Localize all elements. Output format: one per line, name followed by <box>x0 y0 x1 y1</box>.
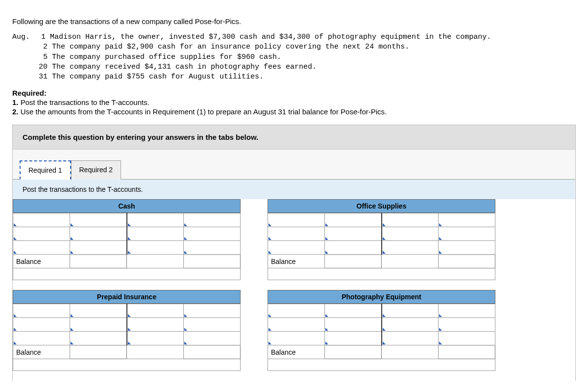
debit-amount-input[interactable] <box>325 227 382 241</box>
balance-spacer <box>127 345 184 359</box>
date-dropdown[interactable] <box>382 318 439 332</box>
date-dropdown[interactable] <box>382 241 439 255</box>
t-account-header: Prepaid Insurance <box>13 290 241 304</box>
date-dropdown[interactable] <box>127 213 184 227</box>
intro-text: Following are the transactions of a new … <box>12 17 576 26</box>
balance-label: Balance <box>268 255 325 268</box>
date-dropdown[interactable] <box>13 318 70 332</box>
balance-label: Balance <box>13 345 70 359</box>
debit-amount-input[interactable] <box>325 241 382 255</box>
required-block: Required: 1. Post the transactions to th… <box>12 89 576 116</box>
required-item: 2. Use the amounts from the T-accounts i… <box>12 107 576 116</box>
balance-spacer <box>127 255 184 268</box>
date-dropdown[interactable] <box>382 332 439 345</box>
debit-amount-input[interactable] <box>325 332 382 345</box>
spacer-row <box>268 359 495 371</box>
date-dropdown[interactable] <box>268 318 325 332</box>
balance-debit-input[interactable] <box>325 345 382 359</box>
credit-amount-input[interactable] <box>439 332 495 345</box>
month-label: Aug. <box>12 32 37 42</box>
transaction-line: 1 Madison Harris, the owner, invested $7… <box>37 33 491 41</box>
date-dropdown[interactable] <box>13 241 70 255</box>
debit-amount-input[interactable] <box>70 304 127 318</box>
credit-amount-input[interactable] <box>439 241 495 255</box>
credit-amount-input[interactable] <box>184 213 241 227</box>
balance-spacer <box>382 255 439 268</box>
debit-amount-input[interactable] <box>70 241 127 255</box>
balance-credit-input[interactable] <box>184 255 241 268</box>
balance-debit-input[interactable] <box>70 345 127 359</box>
balance-debit-input[interactable] <box>70 255 127 268</box>
balance-credit-input[interactable] <box>439 345 495 359</box>
credit-amount-input[interactable] <box>439 227 495 241</box>
spacer-row <box>268 268 495 280</box>
date-dropdown[interactable] <box>268 213 325 227</box>
t-account-cash: Cash <box>13 199 241 280</box>
credit-amount-input[interactable] <box>439 318 495 332</box>
transaction-line: 5 The company purchased office supplies … <box>39 53 281 61</box>
debit-amount-input[interactable] <box>325 304 382 318</box>
date-dropdown[interactable] <box>382 304 439 318</box>
credit-amount-input[interactable] <box>184 241 241 255</box>
date-dropdown[interactable] <box>268 241 325 255</box>
balance-label: Balance <box>13 255 70 268</box>
required-item: 1. Post the transactions to the T-accoun… <box>12 98 576 106</box>
date-dropdown[interactable] <box>127 304 184 318</box>
balance-debit-input[interactable] <box>325 255 382 268</box>
balance-spacer <box>382 345 439 359</box>
debit-amount-input[interactable] <box>325 318 382 332</box>
credit-amount-input[interactable] <box>184 304 241 318</box>
date-dropdown[interactable] <box>268 304 325 318</box>
credit-amount-input[interactable] <box>184 227 241 241</box>
balance-credit-input[interactable] <box>184 345 241 359</box>
date-dropdown[interactable] <box>268 332 325 345</box>
required-item-text: Post the transactions to the T-accounts. <box>21 98 149 106</box>
required-item-text: Use the amounts from the T-accounts in R… <box>21 107 387 116</box>
debit-amount-input[interactable] <box>70 213 127 227</box>
t-account-photography-equipment: Photography Equipment <box>268 290 495 371</box>
t-account-header: Photography Equipment <box>268 290 495 304</box>
t-account-office-supplies: Office Supplies <box>268 199 495 280</box>
date-dropdown[interactable] <box>13 332 70 345</box>
debit-amount-input[interactable] <box>70 332 127 345</box>
debit-amount-input[interactable] <box>325 213 382 227</box>
transaction-line: 2 The company paid $2,900 cash for an in… <box>39 43 409 51</box>
required-heading: Required: <box>12 89 576 97</box>
instruction-bar: Complete this question by entering your … <box>13 125 575 150</box>
t-account-header: Office Supplies <box>268 199 495 213</box>
date-dropdown[interactable] <box>127 227 184 241</box>
credit-amount-input[interactable] <box>439 304 495 318</box>
balance-credit-input[interactable] <box>439 255 495 268</box>
transaction-line: 31 The company paid $755 cash for August… <box>39 73 264 81</box>
spacer-row <box>13 359 241 371</box>
debit-amount-input[interactable] <box>70 318 127 332</box>
date-dropdown[interactable] <box>127 318 184 332</box>
t-accounts-grid: Cash <box>13 199 575 381</box>
tab-required-2[interactable]: Required 2 <box>71 160 122 180</box>
t-account-header: Cash <box>13 199 241 213</box>
debit-amount-input[interactable] <box>70 227 127 241</box>
date-dropdown[interactable] <box>13 227 70 241</box>
date-dropdown[interactable] <box>382 213 439 227</box>
transaction-line: 20 The company received $4,131 cash in p… <box>39 63 317 71</box>
transaction-list: Aug. 1 Madison Harris, the owner, invest… <box>12 32 576 82</box>
balance-label: Balance <box>268 345 325 359</box>
credit-amount-input[interactable] <box>184 318 241 332</box>
tab-instruction: Post the transactions to the T-accounts. <box>13 180 575 199</box>
tab-required-1[interactable]: Required 1 <box>20 160 71 180</box>
date-dropdown[interactable] <box>268 227 325 241</box>
date-dropdown[interactable] <box>13 304 70 318</box>
tab-row: Required 1 Required 2 <box>13 150 575 180</box>
date-dropdown[interactable] <box>13 213 70 227</box>
credit-amount-input[interactable] <box>184 332 241 345</box>
answer-area: Complete this question by entering your … <box>12 125 576 381</box>
t-account-prepaid-insurance: Prepaid Insurance <box>13 290 241 371</box>
date-dropdown[interactable] <box>127 332 184 345</box>
date-dropdown[interactable] <box>382 227 439 241</box>
spacer-row <box>13 268 241 280</box>
credit-amount-input[interactable] <box>439 213 495 227</box>
date-dropdown[interactable] <box>127 241 184 255</box>
